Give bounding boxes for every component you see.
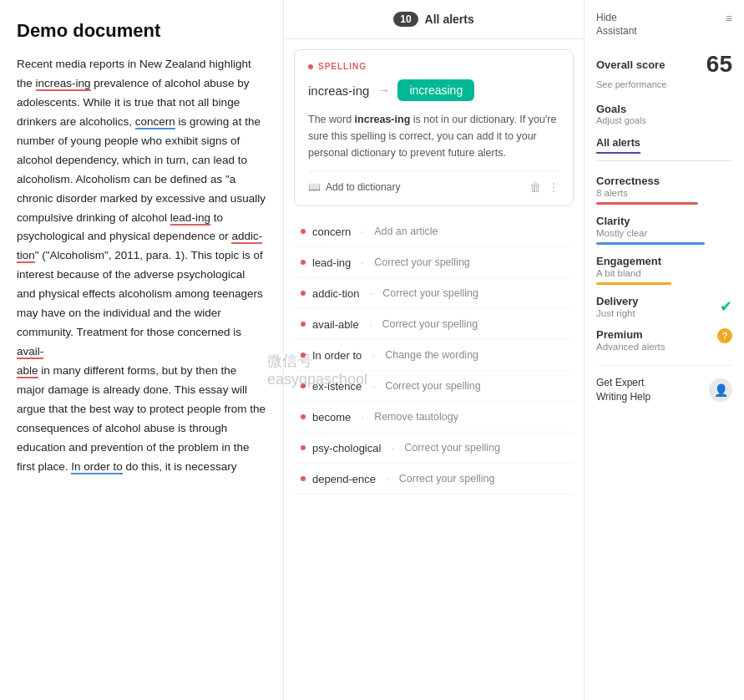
card-actions: 📖 Add to dictionary 🗑 ⋮ (308, 171, 559, 194)
sidebar-panel: Hide Assistant ≡ Overall score 65 See pe… (585, 0, 744, 700)
more-options-icon[interactable]: ⋮ (548, 180, 559, 194)
word-leading[interactable]: lead-ing (170, 211, 210, 226)
premium-info: Premium Advanced alerts (596, 328, 665, 352)
score-section: Overall score 65 See performance (596, 51, 732, 89)
goals-label: Goals (596, 103, 732, 115)
alert-action: Correct your spelling (399, 473, 495, 484)
spelling-desc: The word increas-ing is not in our dicti… (308, 111, 559, 161)
alert-word: lead-ing (312, 256, 351, 269)
alert-word: become (312, 411, 351, 424)
engagement-label: Engagement (596, 255, 732, 267)
document-title: Demo document (17, 20, 266, 42)
sidebar-menu-icon[interactable]: ≡ (726, 12, 732, 25)
clarity-bar (596, 242, 705, 245)
spelling-correction: increas-ing → increasing (308, 79, 559, 101)
hide-assistant-button[interactable]: Hide Assistant (596, 12, 637, 38)
word-inorderto[interactable]: In order to (71, 460, 123, 474)
document-body: Recent media reports in New Zealand high… (17, 55, 266, 477)
alert-action: Correct your spelling (382, 287, 478, 299)
score-row: Overall score 65 (596, 51, 732, 78)
alert-action: Correct your spelling (382, 318, 478, 330)
word-available[interactable]: avail-able (17, 345, 43, 378)
premium-sub: Advanced alerts (596, 342, 665, 352)
spelling-original: increas-ing (308, 84, 369, 98)
alerts-panel: 10 All alerts SPELLING increas-ing → inc… (284, 0, 585, 700)
alert-word: concern (312, 226, 351, 238)
alert-item[interactable]: lead-ing · Correct your spelling (294, 247, 574, 278)
alert-item[interactable]: ex-istence · Correct your spelling (294, 371, 574, 402)
premium-section: Premium Advanced alerts ? (596, 328, 732, 352)
alert-action: Add an article (374, 226, 438, 237)
delivery-check-icon: ✔ (720, 297, 732, 316)
alert-item[interactable]: addic-tion · Correct your spelling (294, 278, 574, 309)
alert-action: Remove tautology (374, 411, 458, 423)
clarity-section: Clarity Mostly clear (596, 215, 732, 245)
alert-word: addic-tion (312, 287, 359, 300)
word-addiction[interactable]: addic-tion (17, 230, 262, 263)
clarity-sub: Mostly clear (596, 228, 732, 238)
score-label: Overall score (596, 58, 665, 71)
alert-word: ex-istence (312, 380, 362, 393)
premium-label: Premium (596, 328, 665, 341)
book-icon: 📖 (308, 181, 321, 193)
goals-section: Goals Adjust goals (596, 103, 732, 125)
alerts-header: 10 All alerts (284, 0, 584, 39)
adjust-goals-link[interactable]: Adjust goals (596, 115, 732, 125)
alerts-header-title: All alerts (425, 13, 474, 26)
correctness-bar (596, 202, 698, 205)
correctness-section: Correctness 8 alerts (596, 175, 732, 205)
expert-text[interactable]: Get Expert Writing Help (596, 376, 650, 404)
alert-item[interactable]: depend-ence · Correct your spelling (294, 464, 574, 495)
alert-dot (301, 414, 306, 419)
document-panel: Demo document Recent media reports in Ne… (0, 0, 284, 700)
engagement-bar (596, 282, 671, 285)
arrow-icon: → (377, 84, 389, 97)
word-increasing[interactable]: increas-ing (36, 77, 91, 91)
alert-word: In order to (312, 349, 362, 362)
alert-dot (301, 260, 306, 265)
alert-item[interactable]: become · Remove tautology (294, 402, 574, 433)
delivery-info: Delivery Just right (596, 295, 639, 318)
engagement-sub: A bit bland (596, 268, 732, 278)
alert-dot (301, 322, 306, 327)
alert-dot (301, 229, 306, 234)
alert-item[interactable]: avail-able · Correct your spelling (294, 309, 574, 340)
sidebar-top: Hide Assistant ≡ (596, 12, 732, 38)
alert-dot (301, 445, 306, 450)
tabs-row: All alerts (596, 137, 732, 161)
alert-action: Change the wording (385, 349, 478, 361)
spelling-card: SPELLING increas-ing → increasing The wo… (294, 49, 574, 206)
spelling-label: SPELLING (308, 62, 559, 71)
engagement-section: Engagement A bit bland (596, 255, 732, 285)
correctness-label: Correctness (596, 175, 732, 187)
delivery-section: Delivery Just right ✔ (596, 295, 732, 318)
alert-word: psy-chological (312, 442, 381, 454)
alert-dot (301, 291, 306, 296)
alerts-list: concern · Add an article lead-ing · Corr… (284, 216, 584, 700)
alert-dot (301, 476, 306, 481)
card-action-icons: 🗑 ⋮ (529, 180, 559, 194)
premium-badge[interactable]: ? (717, 328, 732, 343)
correctness-sub: 8 alerts (596, 188, 732, 198)
delete-icon[interactable]: 🗑 (529, 180, 541, 194)
alert-item[interactable]: In order to · Change the wording (294, 340, 574, 371)
add-to-dictionary-button[interactable]: 📖 Add to dictionary (308, 181, 400, 193)
word-concern[interactable]: concern (135, 115, 175, 129)
spelling-suggestion[interactable]: increasing (397, 79, 474, 101)
clarity-label: Clarity (596, 215, 732, 227)
alert-action: Correct your spelling (385, 380, 481, 392)
see-performance-link[interactable]: See performance (596, 79, 732, 89)
alert-dot (301, 353, 306, 358)
alert-action: Correct your spelling (404, 442, 500, 454)
alert-item[interactable]: concern · Add an article (294, 216, 574, 247)
alert-count-badge: 10 (393, 12, 418, 27)
alert-item[interactable]: psy-chological · Correct your spelling (294, 433, 574, 464)
delivery-sub: Just right (596, 308, 639, 318)
alert-dot (301, 383, 306, 388)
alert-word: avail-able (312, 318, 359, 331)
score-number: 65 (706, 51, 732, 78)
alert-word: depend-ence (312, 473, 376, 485)
tab-all-alerts[interactable]: All alerts (596, 137, 640, 154)
expert-section: Get Expert Writing Help 👤 (596, 365, 732, 404)
expert-icon[interactable]: 👤 (709, 378, 732, 402)
